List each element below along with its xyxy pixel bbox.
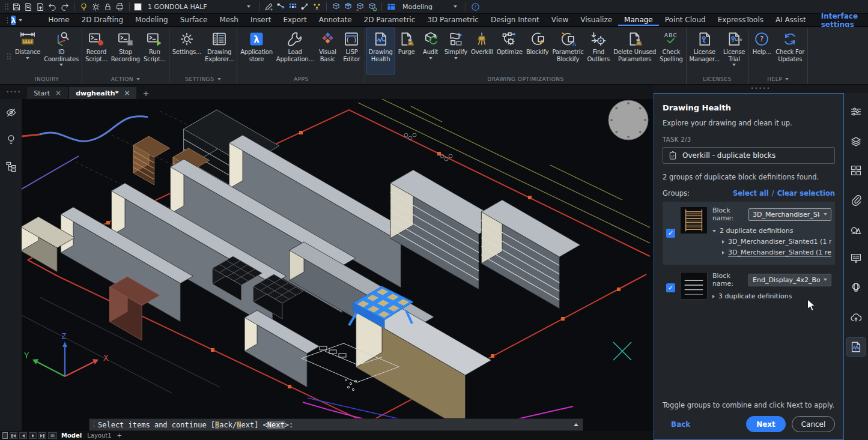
preview-icon[interactable] bbox=[23, 2, 34, 12]
panel-tab-materials-icon[interactable] bbox=[847, 220, 865, 238]
dropdown-arrow-icon[interactable] bbox=[59, 64, 63, 66]
layout1-tab[interactable]: Layout1 bbox=[87, 432, 111, 439]
ribbon-button-record-script-[interactable]: RecordScript... bbox=[83, 28, 109, 74]
panel-tab-cloud-upload-icon[interactable] bbox=[847, 309, 865, 327]
ribbon-button-purge[interactable]: Purge bbox=[395, 28, 419, 74]
new-tab-button[interactable]: + bbox=[138, 87, 154, 99]
close-tab-icon[interactable]: × bbox=[124, 89, 130, 97]
duplicate-definition-item[interactable]: 3D_Merchandiser_Slanted (1 refe... bbox=[712, 249, 831, 257]
group-checkbox[interactable]: ✓ bbox=[666, 229, 675, 238]
model-tab[interactable]: Model bbox=[61, 432, 82, 439]
doc-tab-start[interactable]: Start× bbox=[27, 87, 68, 99]
print-icon[interactable] bbox=[115, 2, 125, 12]
duplicate-group-card[interactable]: ✓Block name:3D_Merchandiser_Sla2 duplica… bbox=[663, 202, 835, 265]
last-layout-button[interactable] bbox=[38, 432, 46, 439]
sheet-icon[interactable] bbox=[2, 432, 8, 439]
command-line[interactable]: Select items and continue [Back/Next] <N… bbox=[89, 418, 583, 431]
menu-visualize[interactable]: Visualize bbox=[574, 14, 618, 26]
menu-point-cloud[interactable]: Point Cloud bbox=[659, 14, 712, 26]
layout-list-button[interactable]: ≡ bbox=[48, 432, 57, 439]
snap-endpoint-icon[interactable] bbox=[276, 2, 286, 12]
snap-nearest-icon[interactable] bbox=[300, 2, 310, 12]
ribbon-button-help-[interactable]: ?Help... bbox=[750, 28, 774, 74]
ribbon-button-lisp-editor[interactable]: ( )LISPEditor bbox=[339, 28, 363, 74]
gear-small-icon[interactable] bbox=[91, 2, 101, 12]
quick-help-icon[interactable]: ? bbox=[470, 2, 481, 12]
command-line-handle[interactable] bbox=[94, 421, 95, 428]
cancel-button[interactable]: Cancel bbox=[792, 416, 835, 432]
menu-home[interactable]: Home bbox=[42, 14, 75, 26]
ribbon-button-blockify[interactable]: Blockify bbox=[524, 28, 551, 74]
panel-tab-render-icon[interactable] bbox=[847, 279, 865, 297]
menu-mesh[interactable]: Mesh bbox=[213, 14, 244, 26]
view-cube-shaded-icon[interactable] bbox=[343, 2, 353, 12]
logo-menu-chevron-icon[interactable] bbox=[19, 19, 22, 22]
ribbon-handle[interactable] bbox=[7, 53, 8, 55]
save-icon[interactable] bbox=[11, 2, 22, 12]
workspace-select[interactable]: Modeling bbox=[398, 2, 461, 11]
ribbon-button-find-outliers[interactable]: FindOutliers bbox=[586, 28, 612, 74]
ribbon-button-run-script-[interactable]: RunScript... bbox=[142, 28, 168, 74]
snap-grid-icon[interactable] bbox=[288, 2, 298, 12]
lock-icon[interactable] bbox=[103, 2, 113, 12]
block-name-select[interactable]: End_Display_4x2_Bott bbox=[748, 274, 831, 286]
duplicate-definition-item[interactable]: 3D_Merchandiser_Slanted1 (1 ref... bbox=[712, 238, 831, 246]
prev-layout-button[interactable] bbox=[19, 432, 27, 439]
ribbon-button-id-coordinates[interactable]: IDCoordinates bbox=[42, 28, 80, 74]
panel-tab-attachments-icon[interactable] bbox=[847, 191, 865, 209]
pen-icon[interactable] bbox=[264, 2, 274, 12]
ribbon-button-audit[interactable]: Audit bbox=[419, 28, 443, 74]
ribbon-button-check-for-updates[interactable]: Check ForUpdates bbox=[774, 28, 806, 74]
publish-icon[interactable] bbox=[35, 2, 46, 12]
ribbon-button-drawing-explorer-[interactable]: DrawingExplorer... bbox=[203, 28, 235, 74]
ribbon-button-visual-basic[interactable]: VisualBasic bbox=[315, 28, 339, 74]
ribbon-button-simplify[interactable]: Simplify bbox=[443, 28, 469, 74]
color-swatch[interactable] bbox=[134, 3, 142, 11]
menu-design-intent[interactable]: Design Intent bbox=[485, 14, 545, 26]
doc-tab-dwghealth-[interactable]: dwghealth*× bbox=[69, 87, 136, 99]
layer-select[interactable]: 1 GONDOLA HALF bbox=[144, 2, 255, 11]
ribbon-button-parametric-blockify[interactable]: fxParametricBlockify bbox=[550, 28, 585, 74]
clear-selection-link[interactable]: Clear selection bbox=[777, 189, 835, 197]
ribbon-button-delete-unused-parameters[interactable]: Delete UnusedParameters bbox=[612, 28, 658, 74]
menu-2d-parametric[interactable]: 2D Parametric bbox=[358, 14, 422, 26]
ribbon-button-settings-[interactable]: Settings... bbox=[171, 28, 203, 74]
ribbon-button-optimize[interactable]: Optimize bbox=[495, 28, 524, 74]
dropdown-arrow-icon[interactable] bbox=[26, 57, 29, 59]
ribbon-button-overkill[interactable]: Overkill bbox=[469, 28, 495, 74]
eye-off-icon[interactable] bbox=[5, 106, 17, 119]
first-layout-button[interactable] bbox=[10, 432, 17, 439]
menu-insert[interactable]: Insert bbox=[244, 14, 277, 26]
structure-icon[interactable] bbox=[5, 160, 17, 173]
command-history-toggle-icon[interactable] bbox=[574, 423, 578, 426]
panel-tab-tool-palettes-icon[interactable] bbox=[847, 250, 865, 268]
menu-2d-drafting[interactable]: 2D Drafting bbox=[76, 14, 130, 26]
panel-tab-drawing-health-icon[interactable] bbox=[847, 338, 865, 356]
view-cube-icon[interactable] bbox=[331, 2, 341, 12]
menu-modeling[interactable]: Modeling bbox=[129, 14, 174, 26]
group-checkbox[interactable]: ✓ bbox=[666, 283, 675, 292]
ribbon-button-check-spelling[interactable]: ABCCheckSpelling bbox=[658, 28, 684, 74]
view-cube-world-icon[interactable] bbox=[367, 2, 377, 12]
dropdown-arrow-icon[interactable] bbox=[454, 57, 458, 59]
ribbon-button-application-store[interactable]: λApplicationstore bbox=[238, 28, 275, 74]
menu-ai-assist[interactable]: AI Assist bbox=[769, 14, 812, 26]
qat-handle[interactable] bbox=[5, 4, 6, 5]
ribbon-button-license-manager-[interactable]: LicenseManager... bbox=[688, 28, 721, 74]
duplicate-summary-toggle[interactable]: 2 duplicate definitions bbox=[712, 227, 831, 235]
dropdown-arrow-icon[interactable] bbox=[429, 57, 432, 59]
undo-icon[interactable] bbox=[47, 2, 58, 12]
menu-view[interactable]: View bbox=[545, 14, 574, 26]
panel-tab-layers-icon[interactable] bbox=[847, 132, 865, 150]
panel-drag-handle[interactable]: ••••• bbox=[654, 85, 868, 93]
interface-settings-button[interactable]: Interface settings bbox=[812, 12, 862, 29]
next-button[interactable]: Next bbox=[746, 416, 786, 432]
panel-tab-properties-icon[interactable] bbox=[847, 103, 865, 121]
close-tab-icon[interactable]: × bbox=[55, 89, 61, 97]
menu-manage[interactable]: Manage bbox=[618, 14, 659, 26]
tips-icon[interactable] bbox=[5, 133, 17, 146]
menu-annotate[interactable]: Annotate bbox=[313, 14, 358, 26]
menu-surface[interactable]: Surface bbox=[174, 14, 214, 26]
back-button[interactable]: Back bbox=[671, 420, 690, 429]
app-logo[interactable]: λ bbox=[11, 16, 16, 25]
